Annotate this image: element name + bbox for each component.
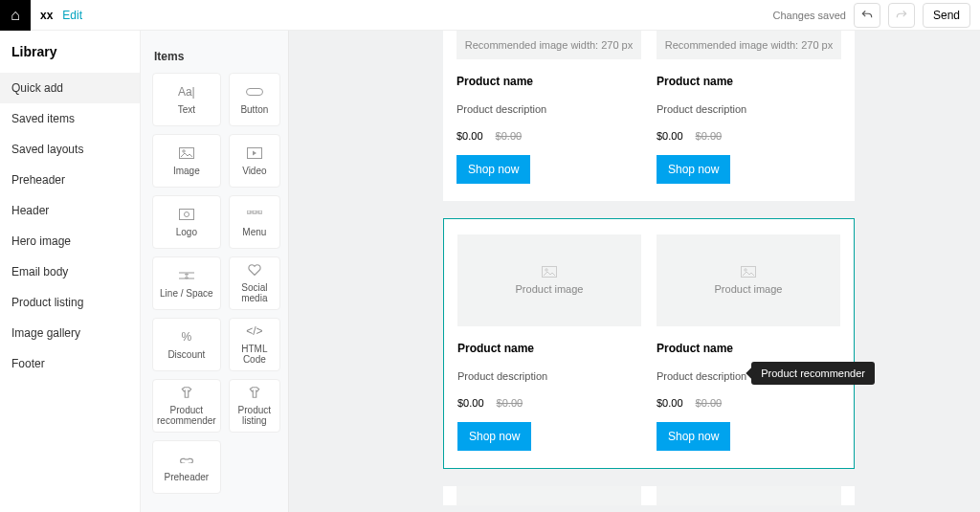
discount-icon: % — [182, 330, 192, 344]
items-grid: Aa| Text Button Image Video Logo Menu — [152, 73, 280, 494]
svg-rect-4 — [179, 209, 193, 219]
sidebar-item-quick-add[interactable]: Quick add — [0, 73, 140, 103]
sidebar-item-saved-layouts[interactable]: Saved layouts — [0, 134, 140, 165]
redo-button[interactable] — [888, 3, 915, 28]
top-bar: ⌂ xx Edit Changes saved Send — [0, 0, 980, 31]
social-icon — [248, 263, 261, 277]
product-cell: Recommended image width: 270 px Product … — [457, 31, 641, 184]
product-prices: $0.00 $0.00 — [657, 130, 841, 142]
product-name: Product name — [457, 342, 641, 355]
product-prices: $0.00 $0.00 — [657, 397, 840, 409]
tooltip-product-recommender: Product recommender — [751, 362, 875, 385]
price: $0.00 — [457, 397, 484, 409]
top-bar-left: ⌂ xx Edit — [0, 0, 82, 31]
brand-logo[interactable]: ⌂ — [0, 0, 31, 31]
text-icon: Aa| — [178, 85, 195, 99]
button-icon — [246, 85, 263, 99]
sidebar-item-saved-items[interactable]: Saved items — [0, 103, 140, 134]
item-label: Social media — [230, 282, 279, 303]
sidebar-item-header[interactable]: Header — [0, 195, 140, 226]
logo-icon — [179, 208, 194, 221]
product-image-placeholder[interactable]: Product image — [657, 234, 840, 326]
shop-now-button[interactable]: Shop now — [457, 422, 531, 451]
shop-now-button[interactable]: Shop now — [657, 155, 730, 184]
canvas[interactable]: Recommended image width: 270 px Product … — [289, 31, 980, 512]
sidebar-item-footer[interactable]: Footer — [0, 348, 140, 379]
item-label: Logo — [172, 227, 201, 237]
image-hint: Recommended image width: 270 px — [665, 39, 833, 51]
sidebar-item-preheader[interactable]: Preheader — [0, 165, 140, 195]
items-heading: Items — [152, 31, 280, 73]
sidebar-item-image-gallery[interactable]: Image gallery — [0, 318, 140, 348]
product-prices: $0.00 $0.00 — [457, 130, 641, 142]
svg-point-5 — [184, 211, 189, 216]
item-card-button[interactable]: Button — [229, 73, 280, 126]
item-card-discount[interactable]: % Discount — [152, 318, 221, 371]
product-description: Product description — [457, 103, 641, 115]
image-icon — [542, 266, 557, 278]
item-label: Image — [169, 166, 204, 176]
item-label: Video — [238, 166, 270, 176]
item-card-product-recommender[interactable]: Product recommender — [152, 379, 221, 433]
item-label: Discount — [164, 349, 209, 360]
save-status: Changes saved — [773, 10, 846, 21]
send-button[interactable]: Send — [923, 3, 970, 28]
price: $0.00 — [657, 130, 683, 142]
item-card-video[interactable]: Video — [229, 134, 280, 188]
item-card-product-listing[interactable]: Product listing — [229, 379, 280, 433]
product-description: Product description — [457, 370, 641, 382]
item-card-text[interactable]: Aa| Text — [152, 73, 221, 126]
product-cell: Recommended image width: 270 px Product … — [657, 31, 841, 184]
product-cell: Product image Product name Product descr… — [657, 219, 840, 451]
undo-icon — [860, 9, 874, 22]
product-image-placeholder[interactable] — [457, 486, 641, 505]
item-card-menu[interactable]: Menu — [229, 195, 280, 249]
menu-icon — [247, 208, 262, 221]
item-label: Button — [236, 104, 272, 115]
document-title: xx — [40, 9, 53, 22]
item-card-preheader[interactable]: Preheader — [152, 440, 221, 494]
redo-icon — [895, 9, 908, 22]
product-name: Product name — [657, 75, 841, 88]
item-label: HTML Code — [230, 344, 279, 365]
main-area: Library Quick add Saved items Saved layo… — [0, 31, 980, 512]
top-bar-right: Changes saved Send — [773, 3, 970, 28]
svg-point-15 — [745, 269, 746, 271]
item-card-social-media[interactable]: Social media — [229, 256, 280, 310]
sidebar-item-email-body[interactable]: Email body — [0, 256, 140, 287]
item-card-image[interactable]: Image — [152, 134, 221, 188]
item-label: Menu — [238, 227, 270, 237]
item-card-line-space[interactable]: Line / Space — [152, 256, 221, 310]
product-description: Product description — [657, 103, 841, 115]
product-image-placeholder[interactable]: Recommended image width: 270 px — [457, 31, 641, 59]
item-label: Product listing — [230, 405, 279, 426]
tshirt-icon — [248, 386, 261, 399]
canvas-column: Recommended image width: 270 px Product … — [443, 31, 855, 512]
image-icon — [179, 146, 194, 160]
edit-link[interactable]: Edit — [62, 9, 82, 22]
sidebar-item-product-listing[interactable]: Product listing — [0, 287, 140, 318]
product-image-placeholder[interactable] — [657, 486, 841, 505]
image-label: Product image — [715, 283, 783, 295]
svg-rect-7 — [253, 211, 256, 213]
item-card-logo[interactable]: Logo — [152, 195, 221, 249]
sidebar-item-hero-image[interactable]: Hero image — [0, 226, 140, 256]
line-icon — [179, 269, 194, 282]
shop-now-button[interactable]: Shop now — [657, 422, 730, 451]
items-panel: Items Aa| Text Button Image Video Logo — [141, 31, 289, 512]
product-block[interactable] — [443, 486, 855, 505]
library-title: Library — [0, 31, 140, 73]
product-prices: $0.00 $0.00 — [457, 397, 641, 409]
item-label: Product recommender — [153, 405, 220, 426]
old-price: $0.00 — [696, 397, 723, 409]
shop-now-button[interactable]: Shop now — [457, 155, 530, 184]
product-block[interactable]: Recommended image width: 270 px Product … — [443, 31, 855, 201]
product-name: Product name — [457, 75, 641, 88]
product-block-selected[interactable]: Product image Product name Product descr… — [443, 218, 855, 469]
item-card-html-code[interactable]: </> HTML Code — [229, 318, 280, 371]
old-price: $0.00 — [696, 130, 723, 142]
undo-button[interactable] — [854, 3, 880, 28]
product-image-placeholder[interactable]: Recommended image width: 270 px — [657, 31, 841, 59]
product-image-placeholder[interactable]: Product image — [457, 234, 641, 326]
price: $0.00 — [657, 397, 683, 409]
